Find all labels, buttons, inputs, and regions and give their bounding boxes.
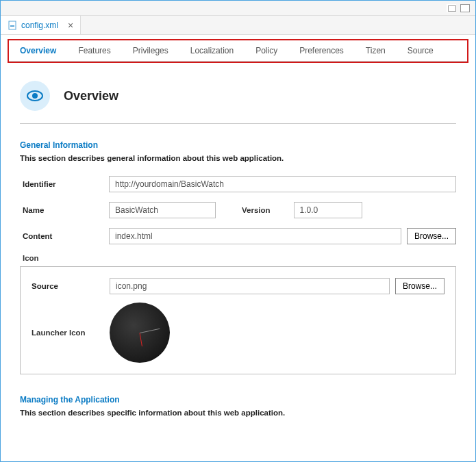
general-section-title: General Information <box>20 140 456 150</box>
content-input[interactable] <box>109 228 401 244</box>
window-title-bar <box>1 1 475 16</box>
version-input[interactable] <box>294 202 362 218</box>
general-info-section: General Information This section describ… <box>20 140 456 374</box>
managing-section-title: Managing the Application <box>20 395 456 405</box>
content-browse-button[interactable]: Browse... <box>407 228 456 244</box>
managing-app-section: Managing the Application This section de… <box>20 395 456 417</box>
maximize-button[interactable] <box>460 4 470 12</box>
editor-tabs: OverviewFeaturesPrivilegesLocalizationPo… <box>9 40 467 62</box>
page-title: Overview <box>64 89 118 103</box>
file-tab-label: config.xml <box>21 21 58 30</box>
tab-source[interactable]: Source <box>397 40 444 61</box>
name-label: Name <box>20 206 109 214</box>
tab-features[interactable]: Features <box>67 40 121 61</box>
icon-source-input[interactable] <box>110 278 390 294</box>
tab-policy[interactable]: Policy <box>245 40 288 61</box>
close-tab-icon[interactable]: × <box>68 20 73 31</box>
tab-privileges[interactable]: Privileges <box>122 40 179 61</box>
icon-group-label: Icon <box>20 254 456 262</box>
icon-source-label: Source <box>32 282 110 290</box>
icon-browse-button[interactable]: Browse... <box>395 278 444 294</box>
file-tab-config[interactable]: config.xml × <box>1 16 81 34</box>
overview-icon <box>20 81 50 111</box>
content-scroll-area[interactable]: Overview General Information This sectio… <box>1 63 475 462</box>
tab-localization[interactable]: Localization <box>179 40 245 61</box>
general-section-desc: This section describes general informati… <box>20 154 456 162</box>
svg-rect-1 <box>10 25 14 27</box>
launcher-icon-label: Launcher Icon <box>32 329 110 337</box>
launcher-icon-preview <box>110 303 170 363</box>
icon-panel: Source Browse... Launcher Icon <box>20 266 456 374</box>
minimize-button[interactable] <box>447 4 456 12</box>
tab-overview[interactable]: Overview <box>9 40 67 61</box>
tab-preferences[interactable]: Preferences <box>288 40 355 61</box>
content-label: Content <box>20 232 109 240</box>
identifier-label: Identifier <box>20 180 109 188</box>
editor-tabs-highlight: OverviewFeaturesPrivilegesLocalizationPo… <box>8 39 468 63</box>
icon-group: Icon Source Browse... Launcher Icon <box>20 254 456 374</box>
svg-point-3 <box>32 93 38 99</box>
identifier-input[interactable] <box>109 176 456 192</box>
tab-tizen[interactable]: Tizen <box>355 40 397 61</box>
file-tab-bar: config.xml × <box>1 16 475 35</box>
version-label: Version <box>216 206 294 214</box>
page-header: Overview <box>20 74 456 124</box>
managing-section-desc: This section describes specific informat… <box>20 409 456 417</box>
name-input[interactable] <box>109 202 216 218</box>
xml-file-icon <box>8 21 17 30</box>
